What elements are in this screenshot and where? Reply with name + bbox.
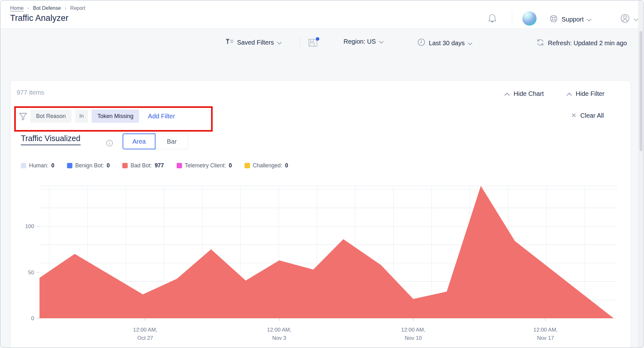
lifebuoy-icon [549,14,558,25]
chevron-down-icon [634,16,638,23]
save-filter-button[interactable] [307,37,320,50]
legend-label: Telemetry Client: [185,162,226,169]
unsaved-changes-dot [316,37,319,41]
x-tick-label: 12:00 AM, [267,327,291,333]
filter-field-pill[interactable]: Bot Reason [30,109,71,123]
info-icon[interactable] [106,140,113,148]
chevron-down-icon [277,39,282,46]
vertical-scrollbar[interactable] [638,1,643,347]
toggle-bar-button[interactable]: Bar [155,134,188,149]
breadcrumb: Home › Bot Defense › Report [10,5,85,11]
y-tick-label: 50 [28,270,34,276]
add-filter-button[interactable]: Add Filter [148,113,175,120]
filter-list-icon [225,38,234,47]
clear-all-button[interactable]: ✕ Clear All [571,112,604,119]
breadcrumb-bot-defense-link[interactable]: Bot Defense [33,5,61,11]
chart-type-toggle: Area Bar [123,134,188,149]
chart-legend: Human: 0Benign Bot: 0Bad Bot: 977Telemet… [21,162,288,169]
legend-swatch [21,163,26,168]
section-title-traffic-visualized[interactable]: Traffic Visualized [21,134,81,145]
legend-value: 977 [155,162,164,169]
toolbar-divider [300,35,301,49]
account-menu[interactable] [619,13,638,26]
app-window: Home › Bot Defense › Report Traffic Anal… [0,0,644,348]
chevron-down-icon [379,38,384,45]
x-tick-label: Oct 27 [137,335,153,341]
legend-value: 0 [51,162,54,169]
y-tick-label: 100 [25,223,34,229]
close-icon: ✕ [571,112,577,119]
saved-filters-dropdown[interactable]: Saved Filters [225,38,282,47]
x-tick-label: Nov 17 [537,335,554,341]
legend-swatch [245,163,250,168]
legend-swatch [67,163,72,168]
legend-item-bad-bot[interactable]: Bad Bot: 977 [122,162,164,169]
hide-filter-button[interactable]: Hide Filter [567,90,605,97]
legend-swatch [122,163,128,168]
user-avatar[interactable] [522,11,537,26]
x-tick-label: 12:00 AM, [401,327,425,333]
refresh-label: Refresh: Updated 2 min ago [548,40,627,47]
time-range-label: Last 30 days [429,40,465,47]
clear-all-label: Clear All [580,112,604,119]
chevron-down-icon [468,40,472,47]
chevron-right-icon: › [27,5,29,11]
support-label: Support [562,16,584,23]
legend-label: Human: [29,162,48,169]
saved-filters-label: Saved Filters [237,39,274,46]
x-tick-label: 12:00 AM, [133,327,157,333]
hide-filter-label: Hide Filter [576,90,605,97]
legend-label: Challenged: [253,162,282,169]
legend-label: Bad Bot: [131,162,152,169]
report-panel: 977 items Hide Chart Hide Filter [10,80,631,348]
top-header: Home › Bot Defense › Report Traffic Anal… [1,1,643,29]
chevron-up-icon [504,90,510,97]
legend-value: 0 [107,162,110,169]
active-filter-row: Bot Reason In Token Missing Add Filter [30,109,175,123]
filter-operator-pill[interactable]: In [75,109,88,123]
header-divider [512,11,512,26]
legend-item-telemetry-client[interactable]: Telemetry Client: 0 [177,162,232,169]
refresh-button[interactable]: Refresh: Updated 2 min ago [536,38,627,48]
legend-item-benign-bot[interactable]: Benign Bot: 0 [67,162,110,169]
funnel-icon [18,112,28,121]
items-count: 977 items [17,89,44,96]
support-menu[interactable]: Support [549,14,592,25]
region-label: Region: US [343,38,376,45]
chevron-up-icon [567,90,572,97]
page-title: Traffic Analyzer [10,13,69,23]
x-tick-label: Nov 3 [272,335,286,341]
refresh-icon [536,38,545,48]
breadcrumb-current: Report [70,5,85,11]
x-tick-label: 12:00 AM, [533,327,558,333]
breadcrumb-home-link[interactable]: Home [10,5,24,11]
legend-swatch [177,163,182,168]
hide-chart-label: Hide Chart [513,90,544,97]
legend-item-human[interactable]: Human: 0 [21,162,54,169]
chevron-right-icon: › [64,5,66,11]
x-tick-label: Nov 10 [405,335,422,341]
clock-icon [417,38,426,48]
notifications-bell-icon[interactable] [487,13,497,25]
chevron-down-icon [587,16,592,23]
legend-value: 0 [285,162,288,169]
traffic-area-chart: 05010012:00 AM,Oct 2712:00 AM,Nov 312:00… [10,177,631,348]
legend-value: 0 [229,162,232,169]
scrollbar-thumb[interactable] [640,31,642,151]
time-range-dropdown[interactable]: Last 30 days [417,38,472,48]
region-dropdown[interactable]: Region: US [343,38,384,45]
user-circle-icon [619,13,631,26]
y-tick-label: 0 [31,315,34,321]
legend-label: Benign Bot: [75,162,104,169]
toggle-area-button[interactable]: Area [123,134,155,149]
hide-chart-button[interactable]: Hide Chart [504,90,544,97]
filter-value-pill[interactable]: Token Missing [92,109,139,123]
legend-item-challenged[interactable]: Challenged: 0 [245,162,288,169]
panel-view-controls: Hide Chart Hide Filter [504,90,605,97]
